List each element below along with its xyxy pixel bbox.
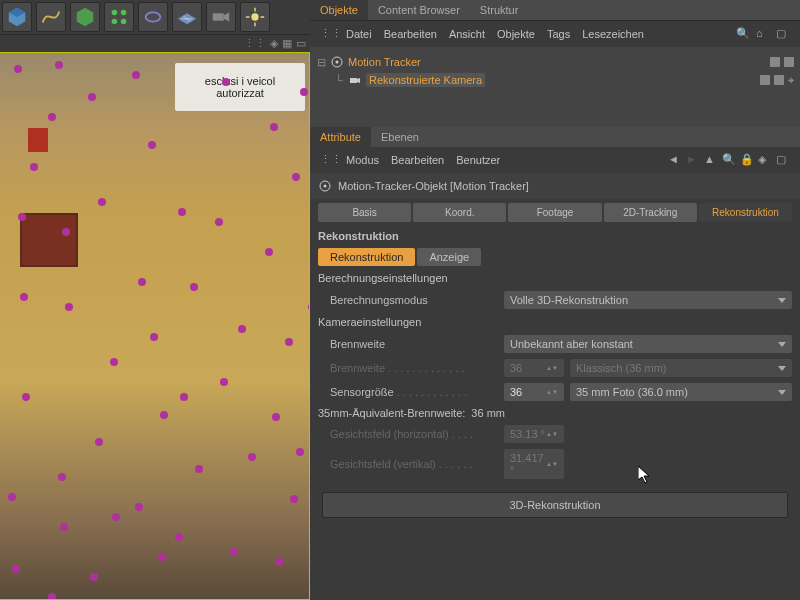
track-point[interactable]	[135, 503, 143, 511]
spinner-icon[interactable]: ▲▼	[546, 389, 558, 395]
tab-ebenen[interactable]: Ebenen	[371, 127, 429, 147]
track-point[interactable]	[98, 198, 106, 206]
render-flag[interactable]	[774, 75, 784, 85]
panel-grip-icon[interactable]: ⋮⋮	[320, 153, 334, 167]
track-point[interactable]	[178, 208, 186, 216]
menu-datei[interactable]: Datei	[346, 28, 372, 40]
expand-icon[interactable]: ▢	[776, 27, 790, 41]
home-icon[interactable]: ⌂	[756, 27, 770, 41]
subtab-rekonstruktion[interactable]: Rekonstruktion	[318, 248, 415, 266]
menu-tags[interactable]: Tags	[547, 28, 570, 40]
nav-fwd-icon[interactable]: ►	[686, 153, 700, 167]
track-point[interactable]	[112, 513, 120, 521]
track-point[interactable]	[22, 393, 30, 401]
track-point[interactable]	[20, 293, 28, 301]
tree-item-motion-tracker[interactable]: Motion Tracker	[348, 56, 421, 68]
track-point[interactable]	[62, 228, 70, 236]
viewport-opt-icon[interactable]: ▭	[296, 37, 306, 50]
tab-basis[interactable]: Basis	[318, 203, 411, 222]
track-point[interactable]	[138, 278, 146, 286]
track-point[interactable]	[60, 523, 68, 531]
track-point[interactable]	[14, 65, 22, 73]
track-point[interactable]	[148, 141, 156, 149]
track-point[interactable]	[90, 573, 98, 581]
tab-content-browser[interactable]: Content Browser	[368, 0, 470, 20]
track-point[interactable]	[215, 218, 223, 226]
viewport[interactable]: esclusi i veicol autorizzat	[0, 52, 310, 600]
track-point[interactable]	[150, 333, 158, 341]
viewport-opt-icon[interactable]: ⋮⋮	[244, 37, 266, 50]
track-point[interactable]	[230, 548, 238, 556]
track-point[interactable]	[8, 493, 16, 501]
light-tool[interactable]	[240, 2, 270, 32]
track-point[interactable]	[296, 448, 304, 456]
track-point[interactable]	[65, 303, 73, 311]
track-point[interactable]	[18, 213, 26, 221]
viewport-opt-icon[interactable]: ▦	[282, 37, 292, 50]
track-point[interactable]	[175, 533, 183, 541]
viewport-opt-icon[interactable]: ◈	[270, 37, 278, 50]
track-point[interactable]	[180, 393, 188, 401]
track-point[interactable]	[48, 113, 56, 121]
track-point[interactable]	[248, 453, 256, 461]
tab-objekte[interactable]: Objekte	[310, 0, 368, 20]
menu-objekte[interactable]: Objekte	[497, 28, 535, 40]
spline-tool[interactable]	[36, 2, 66, 32]
panel-grip-icon[interactable]: ⋮⋮	[320, 27, 334, 41]
nurbs-tool[interactable]	[70, 2, 100, 32]
track-point[interactable]	[265, 248, 273, 256]
nav-up-icon[interactable]: ▲	[704, 153, 718, 167]
floor-tool[interactable]	[172, 2, 202, 32]
nav-back-icon[interactable]: ◄	[668, 153, 682, 167]
sensor-size-input[interactable]: 36▲▼	[504, 383, 564, 401]
track-point[interactable]	[270, 123, 278, 131]
track-point[interactable]	[110, 358, 118, 366]
track-point[interactable]	[190, 283, 198, 291]
track-point[interactable]	[220, 378, 228, 386]
menu-bearbeiten[interactable]: Bearbeiten	[384, 28, 437, 40]
tab-rekonstruktion[interactable]: Rekonstruktion	[699, 203, 792, 222]
track-point[interactable]	[272, 413, 280, 421]
tab-2d-tracking[interactable]: 2D-Tracking	[604, 203, 697, 222]
tree-item-camera[interactable]: Rekonstruierte Kamera	[366, 73, 485, 87]
track-point[interactable]	[88, 93, 96, 101]
track-point[interactable]	[195, 465, 203, 473]
sensor-preset-dropdown[interactable]: 35 mm Foto (36.0 mm)	[570, 383, 792, 401]
track-point[interactable]	[30, 163, 38, 171]
camera-tool[interactable]	[206, 2, 236, 32]
calc-mode-dropdown[interactable]: Volle 3D-Rekonstruktion	[504, 291, 792, 309]
layer-flag[interactable]	[760, 75, 770, 85]
new-icon[interactable]: ◈	[758, 153, 772, 167]
track-point[interactable]	[95, 438, 103, 446]
track-point[interactable]	[238, 325, 246, 333]
track-point[interactable]	[160, 411, 168, 419]
track-point[interactable]	[292, 173, 300, 181]
tab-koord[interactable]: Koord.	[413, 203, 506, 222]
track-point[interactable]	[48, 593, 56, 600]
cube-tool[interactable]	[2, 2, 32, 32]
track-point[interactable]	[158, 553, 166, 561]
tab-struktur[interactable]: Struktur	[470, 0, 529, 20]
track-point[interactable]	[58, 473, 66, 481]
tab-attribute[interactable]: Attribute	[310, 127, 371, 147]
render-flag[interactable]	[784, 57, 794, 67]
search-icon[interactable]: 🔍	[722, 153, 736, 167]
track-point[interactable]	[290, 495, 298, 503]
track-point[interactable]	[285, 338, 293, 346]
track-point[interactable]	[222, 78, 230, 86]
tab-footage[interactable]: Footage	[508, 203, 601, 222]
track-point[interactable]	[275, 558, 283, 566]
menu-ansicht[interactable]: Ansicht	[449, 28, 485, 40]
expand-icon[interactable]: ▢	[776, 153, 790, 167]
focal-mode-dropdown[interactable]: Unbekannt aber konstant	[504, 335, 792, 353]
menu-lesezeichen[interactable]: Lesezeichen	[582, 28, 644, 40]
menu-modus[interactable]: Modus	[346, 154, 379, 166]
tree-collapse-icon[interactable]: ⊟	[316, 56, 326, 69]
track-point[interactable]	[55, 61, 63, 69]
target-icon[interactable]: ⌖	[788, 74, 794, 87]
deformer-tool[interactable]	[138, 2, 168, 32]
track-point[interactable]	[308, 303, 310, 311]
menu-benutzer[interactable]: Benutzer	[456, 154, 500, 166]
lock-icon[interactable]: 🔒	[740, 153, 754, 167]
menu-bearbeiten[interactable]: Bearbeiten	[391, 154, 444, 166]
